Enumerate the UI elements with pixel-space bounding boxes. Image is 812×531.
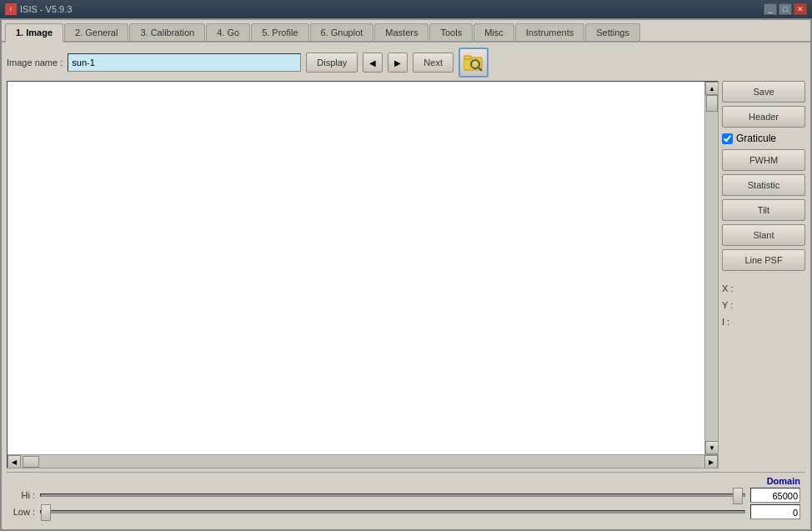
coord-area: X : Y : I : xyxy=(722,281,805,330)
low-label: Low : xyxy=(12,507,35,517)
image-panel: ▲ ▼ ◀ ▶ xyxy=(7,81,719,468)
next-button[interactable]: Next xyxy=(413,53,454,73)
scroll-left-arrow[interactable]: ◀ xyxy=(8,455,21,468)
scroll-right-arrow[interactable]: ▶ xyxy=(704,455,718,468)
fwhm-button[interactable]: FWHM xyxy=(722,149,805,171)
low-slider-track[interactable] xyxy=(40,510,745,513)
prev-nav-button[interactable]: ◀ xyxy=(363,53,383,73)
scroll-up-arrow[interactable]: ▲ xyxy=(705,82,718,95)
tab-misc[interactable]: Misc xyxy=(474,23,514,41)
hi-slider-thumb[interactable] xyxy=(733,488,743,504)
close-button[interactable]: ✕ xyxy=(794,3,807,15)
low-slider-row: Low : 0 xyxy=(12,504,800,519)
h-scrollbar-area[interactable]: ◀ ▶ xyxy=(8,454,718,468)
save-button[interactable]: Save xyxy=(722,81,805,103)
hi-slider-track[interactable] xyxy=(40,493,745,497)
image-name-input[interactable] xyxy=(68,53,301,72)
minimize-button[interactable]: _ xyxy=(764,3,777,15)
header-button[interactable]: Header xyxy=(722,106,805,128)
tab-general[interactable]: 2. General xyxy=(64,23,128,41)
low-slider-thumb[interactable] xyxy=(41,504,51,521)
hi-label: Hi : xyxy=(12,490,35,500)
next-nav-button[interactable]: ▶ xyxy=(388,53,408,73)
statistic-button[interactable]: Statistic xyxy=(722,174,805,196)
title-bar: i ISIS - V5.9.3 _ □ ✕ xyxy=(0,0,812,18)
scroll-down-arrow[interactable]: ▼ xyxy=(705,441,718,454)
tab-calibration[interactable]: 3. Calibration xyxy=(129,23,205,41)
tab-instruments[interactable]: Instruments xyxy=(515,23,584,41)
folder-button[interactable] xyxy=(459,48,489,78)
coord-i: I : xyxy=(722,314,805,331)
image-name-label: Image name : xyxy=(7,58,63,68)
tab-go[interactable]: 4. Go xyxy=(206,23,250,41)
window-title: ISIS - V5.9.3 xyxy=(20,4,72,14)
hi-value: 65000 xyxy=(750,488,800,503)
bottom-area: Domain Hi : 65000 Low : 0 xyxy=(7,472,805,524)
image-canvas xyxy=(8,82,704,454)
v-scroll-thumb[interactable] xyxy=(706,95,718,112)
domain-label: Domain xyxy=(12,476,800,486)
work-area: ▲ ▼ ◀ ▶ Save xyxy=(7,81,805,468)
slant-button[interactable]: Slant xyxy=(722,224,805,246)
tab-settings[interactable]: Settings xyxy=(585,23,640,41)
app-icon: i xyxy=(5,3,17,15)
low-value: 0 xyxy=(750,504,800,519)
graticule-label: Graticule xyxy=(736,133,776,144)
coord-y: Y : xyxy=(722,298,805,314)
maximize-button[interactable]: □ xyxy=(779,3,792,15)
hi-slider-row: Hi : 65000 xyxy=(12,488,800,503)
tab-profile[interactable]: 5. Profile xyxy=(251,23,308,41)
line-psf-button[interactable]: Line PSF xyxy=(722,249,805,271)
v-scrollbar[interactable]: ▲ ▼ xyxy=(704,82,718,454)
right-panel: Save Header Graticule FWHM Statistic Til… xyxy=(722,81,805,468)
main-window: 1. Image 2. General 3. Calibration 4. Go… xyxy=(0,18,812,531)
h-scroll-track[interactable] xyxy=(21,455,704,468)
tab-bar: 1. Image 2. General 3. Calibration 4. Go… xyxy=(2,20,810,43)
svg-point-4 xyxy=(473,62,476,65)
tab-tools[interactable]: Tools xyxy=(429,23,473,41)
folder-search-icon xyxy=(464,53,484,72)
graticule-checkbox[interactable] xyxy=(722,133,733,144)
tab-gnuplot[interactable]: 6. Gnuplot xyxy=(310,23,374,41)
tilt-button[interactable]: Tilt xyxy=(722,199,805,221)
tab-image[interactable]: 1. Image xyxy=(5,23,63,43)
display-button[interactable]: Display xyxy=(306,53,358,73)
content-area: Image name : Display ◀ ▶ Next xyxy=(2,43,810,529)
toolbar-row: Image name : Display ◀ ▶ Next xyxy=(7,48,805,78)
coord-x: X : xyxy=(722,281,805,298)
svg-rect-1 xyxy=(464,56,471,59)
h-scroll-thumb[interactable] xyxy=(23,456,39,468)
tab-masters[interactable]: Masters xyxy=(374,23,429,41)
graticule-row: Graticule xyxy=(722,131,805,146)
v-scroll-track[interactable] xyxy=(705,95,718,441)
